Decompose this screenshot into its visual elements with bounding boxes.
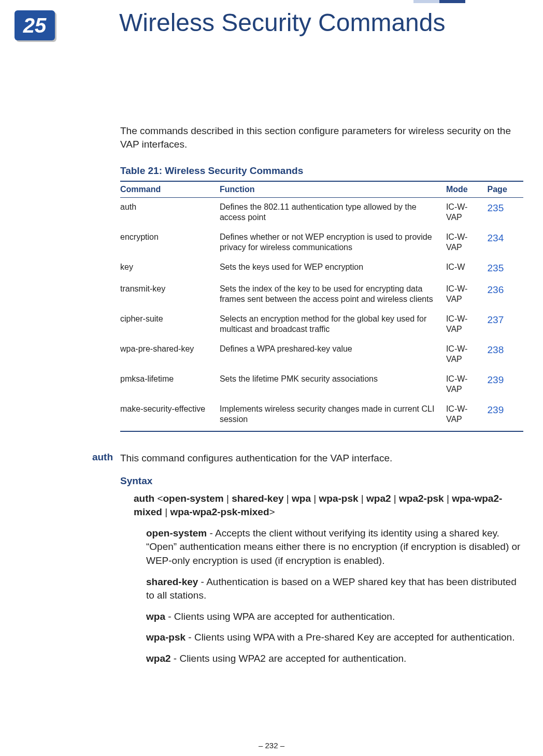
cell-command: pmksa-lifetime	[120, 370, 220, 400]
cell-mode: IC-W-VAP	[446, 370, 488, 400]
cell-function: Selects an encryption method for the glo…	[220, 310, 446, 340]
cell-mode: IC-W-VAP	[446, 228, 488, 258]
syntax-param: open-system - Accepts the client without…	[146, 527, 523, 568]
th-command: Command	[120, 181, 220, 198]
cell-page: 238	[488, 340, 523, 370]
cell-mode: IC-W-VAP	[446, 400, 488, 431]
cell-mode: IC-W-VAP	[446, 310, 488, 340]
page-link[interactable]: 237	[488, 314, 504, 325]
syntax-param: shared-key - Authentication is based on …	[146, 575, 523, 603]
syntax-lt: <	[157, 493, 163, 504]
th-function: Function	[220, 181, 446, 198]
cell-command: wpa-pre-shared-key	[120, 340, 220, 370]
cell-page: 235	[488, 258, 523, 280]
syntax-sep: |	[162, 506, 170, 517]
cell-command: auth	[120, 198, 220, 228]
param-name: wpa-psk	[146, 632, 185, 643]
page: 25 Wireless Security Commands The comman…	[0, 0, 543, 756]
param-desc: - Authentication is based on a WEP share…	[146, 576, 517, 601]
section-side-label: auth	[77, 452, 113, 463]
table-header-row: Command Function Mode Page	[120, 181, 523, 198]
syntax-sep: |	[444, 493, 452, 504]
param-desc: - Clients using WPA are accepted for aut…	[165, 611, 395, 622]
page-link[interactable]: 235	[488, 263, 504, 273]
param-desc: - Clients using WPA2 are accepted for au…	[171, 653, 407, 664]
params-container: open-system - Accepts the client without…	[120, 527, 523, 666]
commands-table: Command Function Mode Page authDefines t…	[120, 181, 523, 432]
cell-page: 234	[488, 228, 523, 258]
syntax-cmd: auth	[134, 493, 154, 504]
syntax-param: wpa-psk - Clients using WPA with a Pre-s…	[146, 631, 523, 645]
syntax-opt-4: wpa2	[366, 493, 391, 504]
syntax-opt-2: wpa	[292, 493, 311, 504]
syntax-opt-3: wpa-psk	[319, 493, 359, 504]
chapter-badge: 25	[15, 10, 55, 40]
syntax-sep: |	[311, 493, 319, 504]
syntax-sep: |	[391, 493, 399, 504]
param-desc: - Clients using WPA with a Pre-shared Ke…	[185, 632, 515, 643]
th-mode: Mode	[446, 181, 488, 198]
cell-command: transmit-key	[120, 280, 220, 310]
param-name: open-system	[146, 528, 207, 539]
chapter-title: Wireless Security Commands	[119, 8, 445, 37]
syntax-opt-5: wpa2-psk	[399, 493, 444, 504]
cell-mode: IC-W-VAP	[446, 198, 488, 228]
cell-command: key	[120, 258, 220, 280]
param-name: shared-key	[146, 576, 198, 587]
syntax-sep: |	[359, 493, 367, 504]
table-row: encryptionDefines whether or not WEP enc…	[120, 228, 523, 258]
intro-paragraph: The commands described in this section c…	[120, 124, 523, 151]
header-accent-light	[413, 0, 439, 3]
syntax-param: wpa2 - Clients using WPA2 are accepted f…	[146, 652, 523, 666]
cell-page: 236	[488, 280, 523, 310]
page-link[interactable]: 238	[488, 344, 504, 355]
cell-mode: IC-W	[446, 258, 488, 280]
cell-function: Defines the 802.11 authentication type a…	[220, 198, 446, 228]
table-row: authDefines the 802.11 authentication ty…	[120, 198, 523, 228]
syntax-gt: >	[269, 506, 275, 517]
syntax-sep: |	[284, 493, 292, 504]
syntax-sep: |	[224, 493, 232, 504]
cell-function: Defines a WPA preshared-key value	[220, 340, 446, 370]
syntax-opt-0: open-system	[163, 493, 224, 504]
content-area: The commands described in this section c…	[120, 124, 523, 673]
auth-section: auth This command configures authenticat…	[120, 452, 523, 666]
table-row: pmksa-lifetimeSets the lifetime PMK secu…	[120, 370, 523, 400]
table-row: make-security-effectiveImplements wirele…	[120, 400, 523, 431]
cell-function: Implements wireless security changes mad…	[220, 400, 446, 431]
syntax-param: wpa - Clients using WPA are accepted for…	[146, 610, 523, 624]
table-row: keySets the keys used for WEP encryption…	[120, 258, 523, 280]
cell-mode: IC-W-VAP	[446, 340, 488, 370]
syntax-opt-7: wpa-wpa2-psk-mixed	[170, 506, 269, 517]
table-row: wpa-pre-shared-keyDefines a WPA preshare…	[120, 340, 523, 370]
page-footer: – 232 –	[0, 741, 543, 750]
page-link[interactable]: 239	[488, 374, 504, 385]
cell-command: make-security-effective	[120, 400, 220, 431]
page-link[interactable]: 235	[488, 202, 504, 213]
cell-function: Sets the lifetime PMK security associati…	[220, 370, 446, 400]
cell-function: Sets the keys used for WEP encryption	[220, 258, 446, 280]
syntax-heading: Syntax	[120, 475, 523, 487]
page-link[interactable]: 236	[488, 284, 504, 295]
table-row: transmit-keySets the index of the key to…	[120, 280, 523, 310]
chapter-number: 25	[23, 14, 47, 37]
cell-command: cipher-suite	[120, 310, 220, 340]
syntax-opt-1: shared-key	[232, 493, 283, 504]
page-link[interactable]: 234	[488, 232, 504, 243]
header-accent-dark	[439, 0, 465, 3]
syntax-line: auth <open-system | shared-key | wpa | w…	[134, 492, 523, 519]
cell-function: Defines whether or not WEP encryption is…	[220, 228, 446, 258]
cell-page: 239	[488, 400, 523, 431]
table-row: cipher-suiteSelects an encryption method…	[120, 310, 523, 340]
page-link[interactable]: 239	[488, 404, 504, 415]
cell-command: encryption	[120, 228, 220, 258]
section-desc: This command configures authentication f…	[120, 452, 523, 465]
param-name: wpa2	[146, 653, 171, 664]
cell-mode: IC-W-VAP	[446, 280, 488, 310]
param-name: wpa	[146, 611, 165, 622]
cell-page: 239	[488, 370, 523, 400]
cell-page: 235	[488, 198, 523, 228]
table-caption: Table 21: Wireless Security Commands	[120, 165, 523, 177]
cell-function: Sets the index of the key to be used for…	[220, 280, 446, 310]
cell-page: 237	[488, 310, 523, 340]
